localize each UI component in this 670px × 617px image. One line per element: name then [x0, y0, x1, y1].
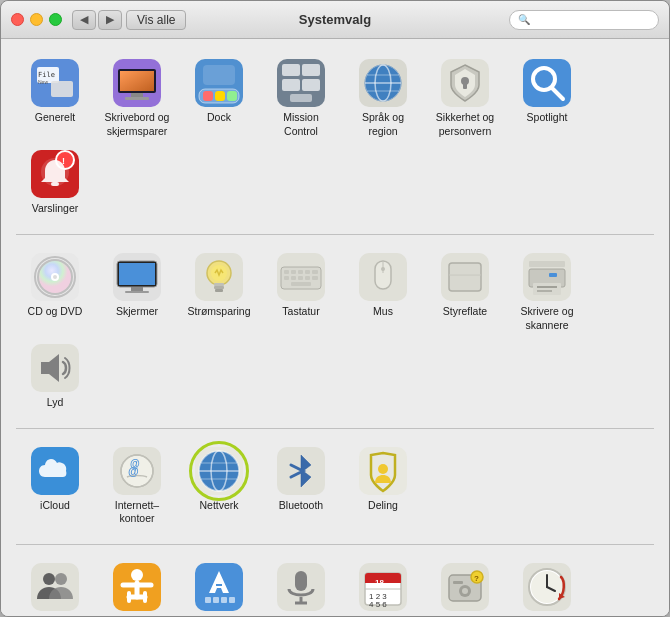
svg-rect-21 — [290, 94, 312, 102]
section-hardware: CD og DVD Skjermer — [16, 243, 654, 420]
close-button[interactable] — [11, 13, 24, 26]
svg-rect-108 — [205, 597, 211, 603]
icloud-icon — [31, 447, 79, 495]
pref-deling[interactable]: Deling — [344, 443, 422, 530]
internett-label: Internett– kontoer — [102, 499, 172, 526]
titlebar: ◀ ▶ Vis alle Systemvalg 🔍 — [1, 1, 669, 39]
skrivebord-label: Skrivebord og skjermsparer — [102, 111, 172, 138]
svg-rect-83 — [537, 290, 552, 292]
pref-sprak[interactable]: Språk og region — [344, 55, 422, 142]
svg-point-103 — [55, 573, 67, 585]
show-all-button[interactable]: Vis alle — [126, 10, 186, 30]
pref-brukere[interactable]: Brukere og grupper — [16, 559, 94, 616]
back-button[interactable]: ◀ — [72, 10, 96, 30]
pref-mus[interactable]: Mus — [344, 249, 422, 336]
pref-skjerm[interactable]: Skjermer — [98, 249, 176, 336]
pref-datootid[interactable]: 18 1 2 3 4 5 6 Dato og tid — [344, 559, 422, 616]
pref-sikkerhet[interactable]: Sikkerhet og personvern — [426, 55, 504, 142]
pref-timemachine[interactable]: Time Machine — [508, 559, 586, 616]
styreflate-label: Styreflate — [443, 305, 487, 319]
section-personal: File New Generelt — [16, 49, 654, 226]
mission-label: Mission Control — [266, 111, 336, 138]
pref-varslinger[interactable]: ! Varslinger — [16, 146, 94, 220]
cddvd-icon-img — [31, 253, 79, 301]
pref-nettverk[interactable]: Nettverk — [180, 443, 258, 530]
svg-rect-18 — [302, 64, 320, 76]
search-box[interactable]: 🔍 — [509, 10, 659, 30]
traffic-lights — [11, 13, 62, 26]
svg-rect-31 — [463, 83, 467, 89]
pref-diktering[interactable]: Diktering og tale — [262, 559, 340, 616]
appstore-label: App Store — [196, 615, 243, 616]
dock-icon — [195, 59, 243, 107]
pref-styreflate[interactable]: Styreflate — [426, 249, 504, 336]
pref-mission[interactable]: Mission Control — [262, 55, 340, 142]
pref-foreldre[interactable]: Foreldre– kontroll — [98, 559, 176, 616]
timemachine-icon-img — [523, 563, 571, 611]
svg-rect-110 — [221, 597, 227, 603]
svg-point-129 — [462, 588, 468, 594]
pref-cddvd[interactable]: CD og DVD — [16, 249, 94, 336]
window-title: Systemvalg — [299, 12, 371, 27]
svg-rect-81 — [549, 273, 557, 277]
pref-skrivebord[interactable]: Skrivebord og skjermsparer — [98, 55, 176, 142]
svg-rect-68 — [312, 276, 318, 280]
pref-startdisk[interactable]: ? Startdisk — [426, 559, 504, 616]
svg-rect-14 — [227, 91, 237, 101]
diktering-icon-img — [277, 563, 325, 611]
svg-rect-39 — [51, 182, 59, 186]
svg-rect-65 — [291, 276, 296, 280]
svg-rect-17 — [282, 64, 300, 76]
pref-icloud[interactable]: iCloud — [16, 443, 94, 530]
generelt-icon: File New — [31, 59, 79, 107]
icloud-icon-img — [31, 447, 79, 495]
datootid-label: Dato og tid — [358, 615, 409, 616]
pref-internett[interactable]: @ @ Internett– kontoer — [98, 443, 176, 530]
pref-stromsparing[interactable]: Strømsparing — [180, 249, 258, 336]
brukere-icon-img — [31, 563, 79, 611]
search-input[interactable] — [534, 14, 650, 26]
cddvd-icon — [31, 253, 79, 301]
pref-generelt[interactable]: File New Generelt — [16, 55, 94, 142]
pref-lyd[interactable]: Lyd — [16, 340, 94, 414]
brukere-icon — [31, 563, 79, 611]
pref-spotlight[interactable]: Spotlight — [508, 55, 586, 142]
pref-dock[interactable]: Dock — [180, 55, 258, 142]
svg-rect-130 — [453, 581, 463, 584]
sikkerhet-icon-img — [441, 59, 489, 107]
nav-buttons: ◀ ▶ — [72, 10, 122, 30]
stromsparing-icon-img — [195, 253, 243, 301]
styreflate-icon — [441, 253, 489, 301]
svg-rect-101 — [31, 563, 79, 611]
icloud-label: iCloud — [40, 499, 70, 513]
svg-rect-69 — [291, 282, 311, 286]
divider-2 — [16, 428, 654, 429]
tastatur-icon-img — [277, 253, 325, 301]
startdisk-icon: ? — [441, 563, 489, 611]
svg-rect-15 — [203, 65, 235, 85]
mission-icon-img — [277, 59, 325, 107]
varslinger-label: Varslinger — [32, 202, 79, 216]
svg-point-102 — [43, 573, 55, 585]
maximize-button[interactable] — [49, 13, 62, 26]
deling-icon — [359, 447, 407, 495]
internet-icons-grid: iCloud @ @ Internett– kontoer — [16, 437, 654, 536]
svg-rect-64 — [284, 276, 289, 280]
svg-rect-50 — [125, 291, 149, 293]
pref-bluetooth[interactable]: Bluetooth — [262, 443, 340, 530]
hardware-icons-grid: CD og DVD Skjermer — [16, 243, 654, 420]
minimize-button[interactable] — [30, 13, 43, 26]
datootid-icon: 18 1 2 3 4 5 6 — [359, 563, 407, 611]
lyd-icon-img — [31, 344, 79, 392]
forward-button[interactable]: ▶ — [98, 10, 122, 30]
svg-point-45 — [53, 275, 57, 279]
appstore-icon — [195, 563, 243, 611]
pref-appstore[interactable]: App Store — [180, 559, 258, 616]
svg-rect-54 — [214, 286, 224, 289]
svg-rect-75 — [449, 263, 481, 291]
tastatur-label: Tastatur — [282, 305, 319, 319]
pref-skrivere[interactable]: Skrivere og skannere — [508, 249, 586, 336]
svg-rect-7 — [120, 71, 154, 91]
lyd-label: Lyd — [47, 396, 64, 410]
pref-tastatur[interactable]: Tastatur — [262, 249, 340, 336]
